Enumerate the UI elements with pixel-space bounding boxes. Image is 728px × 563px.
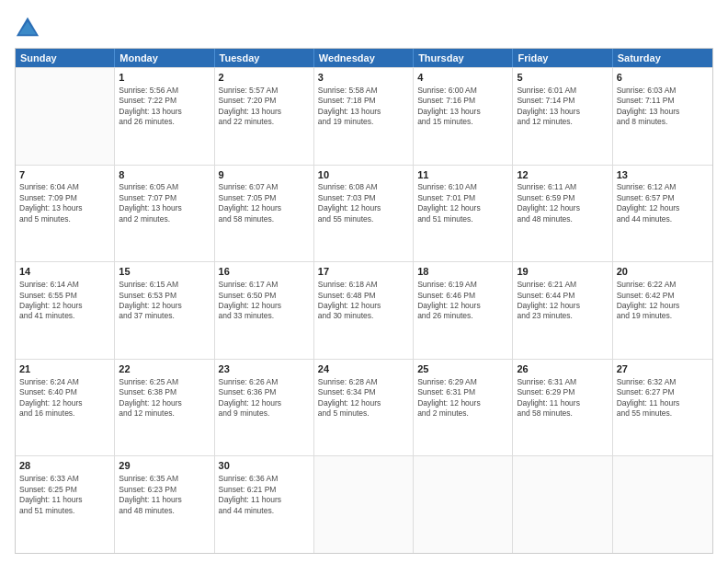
day-number: 21 <box>19 362 110 376</box>
cal-cell: 13Sunrise: 6:12 AM Sunset: 6:57 PM Dayli… <box>613 166 712 262</box>
cal-cell: 27Sunrise: 6:32 AM Sunset: 6:27 PM Dayli… <box>613 360 712 456</box>
cal-cell <box>613 456 712 553</box>
cal-cell: 25Sunrise: 6:29 AM Sunset: 6:31 PM Dayli… <box>414 360 513 456</box>
cal-cell: 5Sunrise: 6:01 AM Sunset: 7:14 PM Daylig… <box>513 68 612 165</box>
day-number: 23 <box>219 362 310 376</box>
day-number: 8 <box>119 168 210 182</box>
cell-info: Sunrise: 5:56 AM Sunset: 7:22 PM Dayligh… <box>119 86 210 128</box>
cell-info: Sunrise: 6:26 AM Sunset: 6:36 PM Dayligh… <box>219 377 310 419</box>
cell-info: Sunrise: 6:10 AM Sunset: 7:01 PM Dayligh… <box>417 182 508 224</box>
day-number: 9 <box>219 168 310 182</box>
cell-info: Sunrise: 6:15 AM Sunset: 6:53 PM Dayligh… <box>119 280 210 322</box>
week-row-4: 21Sunrise: 6:24 AM Sunset: 6:40 PM Dayli… <box>16 359 712 456</box>
cell-info: Sunrise: 6:28 AM Sunset: 6:34 PM Dayligh… <box>318 377 409 419</box>
day-number: 30 <box>219 459 310 473</box>
cell-info: Sunrise: 5:58 AM Sunset: 7:18 PM Dayligh… <box>318 86 409 128</box>
cell-info: Sunrise: 6:05 AM Sunset: 7:07 PM Dayligh… <box>119 182 210 224</box>
header <box>15 15 713 40</box>
cal-cell: 2Sunrise: 5:57 AM Sunset: 7:20 PM Daylig… <box>215 68 314 165</box>
cell-info: Sunrise: 6:35 AM Sunset: 6:23 PM Dayligh… <box>119 474 210 516</box>
day-number: 4 <box>417 71 508 85</box>
cal-cell: 17Sunrise: 6:18 AM Sunset: 6:48 PM Dayli… <box>314 262 414 359</box>
day-number: 11 <box>417 168 508 182</box>
cell-info: Sunrise: 6:12 AM Sunset: 6:57 PM Dayligh… <box>617 182 709 224</box>
day-number: 17 <box>318 265 409 279</box>
cell-info: Sunrise: 6:19 AM Sunset: 6:46 PM Dayligh… <box>417 280 508 322</box>
cal-cell <box>513 456 612 553</box>
day-number: 12 <box>517 168 608 182</box>
day-number: 5 <box>517 71 608 85</box>
day-number: 26 <box>517 362 608 376</box>
cell-info: Sunrise: 6:04 AM Sunset: 7:09 PM Dayligh… <box>19 182 110 224</box>
cal-cell: 12Sunrise: 6:11 AM Sunset: 6:59 PM Dayli… <box>513 166 612 262</box>
cal-cell <box>314 456 414 553</box>
day-number: 15 <box>119 265 210 279</box>
day-number: 6 <box>617 71 709 85</box>
cal-cell <box>414 456 513 553</box>
day-header-tuesday: Tuesday <box>215 49 314 67</box>
cal-cell: 9Sunrise: 6:07 AM Sunset: 7:05 PM Daylig… <box>215 166 314 262</box>
cal-cell: 15Sunrise: 6:15 AM Sunset: 6:53 PM Dayli… <box>115 262 214 359</box>
day-number: 25 <box>417 362 508 376</box>
cell-info: Sunrise: 6:17 AM Sunset: 6:50 PM Dayligh… <box>219 280 310 322</box>
cal-cell: 19Sunrise: 6:21 AM Sunset: 6:44 PM Dayli… <box>513 262 612 359</box>
cell-info: Sunrise: 6:33 AM Sunset: 6:25 PM Dayligh… <box>19 474 110 516</box>
day-number: 14 <box>19 265 110 279</box>
week-row-5: 28Sunrise: 6:33 AM Sunset: 6:25 PM Dayli… <box>16 455 712 553</box>
week-row-1: 1Sunrise: 5:56 AM Sunset: 7:22 PM Daylig… <box>16 67 712 165</box>
cell-info: Sunrise: 6:01 AM Sunset: 7:14 PM Dayligh… <box>517 86 608 128</box>
cal-cell: 1Sunrise: 5:56 AM Sunset: 7:22 PM Daylig… <box>115 68 214 165</box>
cell-info: Sunrise: 6:14 AM Sunset: 6:55 PM Dayligh… <box>19 280 110 322</box>
cal-cell: 28Sunrise: 6:33 AM Sunset: 6:25 PM Dayli… <box>16 456 115 553</box>
cal-cell: 7Sunrise: 6:04 AM Sunset: 7:09 PM Daylig… <box>16 166 115 262</box>
cal-cell: 21Sunrise: 6:24 AM Sunset: 6:40 PM Dayli… <box>16 360 115 456</box>
cal-cell: 8Sunrise: 6:05 AM Sunset: 7:07 PM Daylig… <box>115 166 214 262</box>
calendar-body: 1Sunrise: 5:56 AM Sunset: 7:22 PM Daylig… <box>16 67 712 553</box>
logo <box>15 15 44 40</box>
week-row-2: 7Sunrise: 6:04 AM Sunset: 7:09 PM Daylig… <box>16 165 712 262</box>
cell-info: Sunrise: 6:36 AM Sunset: 6:21 PM Dayligh… <box>219 474 310 516</box>
day-number: 18 <box>417 265 508 279</box>
day-header-sunday: Sunday <box>16 49 115 67</box>
day-number: 10 <box>318 168 409 182</box>
cal-cell: 11Sunrise: 6:10 AM Sunset: 7:01 PM Dayli… <box>414 166 513 262</box>
day-header-friday: Friday <box>513 49 612 67</box>
day-header-saturday: Saturday <box>613 49 712 67</box>
cal-cell: 29Sunrise: 6:35 AM Sunset: 6:23 PM Dayli… <box>115 456 214 553</box>
cal-cell: 4Sunrise: 6:00 AM Sunset: 7:16 PM Daylig… <box>414 68 513 165</box>
day-number: 20 <box>617 265 709 279</box>
cal-cell: 23Sunrise: 6:26 AM Sunset: 6:36 PM Dayli… <box>215 360 314 456</box>
calendar-header: SundayMondayTuesdayWednesdayThursdayFrid… <box>16 49 712 67</box>
day-number: 24 <box>318 362 409 376</box>
cell-info: Sunrise: 6:31 AM Sunset: 6:29 PM Dayligh… <box>517 377 608 419</box>
day-header-thursday: Thursday <box>414 49 513 67</box>
cell-info: Sunrise: 6:24 AM Sunset: 6:40 PM Dayligh… <box>19 377 110 419</box>
cell-info: Sunrise: 6:03 AM Sunset: 7:11 PM Dayligh… <box>617 86 709 128</box>
cell-info: Sunrise: 6:07 AM Sunset: 7:05 PM Dayligh… <box>219 182 310 224</box>
cell-info: Sunrise: 6:08 AM Sunset: 7:03 PM Dayligh… <box>318 182 409 224</box>
day-header-monday: Monday <box>115 49 214 67</box>
cell-info: Sunrise: 6:21 AM Sunset: 6:44 PM Dayligh… <box>517 280 608 322</box>
cell-info: Sunrise: 6:32 AM Sunset: 6:27 PM Dayligh… <box>617 377 709 419</box>
cell-info: Sunrise: 6:22 AM Sunset: 6:42 PM Dayligh… <box>617 280 709 322</box>
cal-cell <box>16 68 115 165</box>
page: SundayMondayTuesdayWednesdayThursdayFrid… <box>0 0 728 563</box>
day-header-wednesday: Wednesday <box>314 49 414 67</box>
cal-cell: 6Sunrise: 6:03 AM Sunset: 7:11 PM Daylig… <box>613 68 712 165</box>
cal-cell: 22Sunrise: 6:25 AM Sunset: 6:38 PM Dayli… <box>115 360 214 456</box>
day-number: 2 <box>219 71 310 85</box>
day-number: 28 <box>19 459 110 473</box>
cell-info: Sunrise: 6:00 AM Sunset: 7:16 PM Dayligh… <box>417 86 508 128</box>
day-number: 27 <box>617 362 709 376</box>
week-row-3: 14Sunrise: 6:14 AM Sunset: 6:55 PM Dayli… <box>16 261 712 359</box>
calendar: SundayMondayTuesdayWednesdayThursdayFrid… <box>15 48 713 554</box>
cal-cell: 3Sunrise: 5:58 AM Sunset: 7:18 PM Daylig… <box>314 68 414 165</box>
day-number: 1 <box>119 71 210 85</box>
cal-cell: 18Sunrise: 6:19 AM Sunset: 6:46 PM Dayli… <box>414 262 513 359</box>
cal-cell: 16Sunrise: 6:17 AM Sunset: 6:50 PM Dayli… <box>215 262 314 359</box>
day-number: 13 <box>617 168 709 182</box>
cal-cell: 26Sunrise: 6:31 AM Sunset: 6:29 PM Dayli… <box>513 360 612 456</box>
cell-info: Sunrise: 6:25 AM Sunset: 6:38 PM Dayligh… <box>119 377 210 419</box>
cell-info: Sunrise: 6:29 AM Sunset: 6:31 PM Dayligh… <box>417 377 508 419</box>
day-number: 22 <box>119 362 210 376</box>
